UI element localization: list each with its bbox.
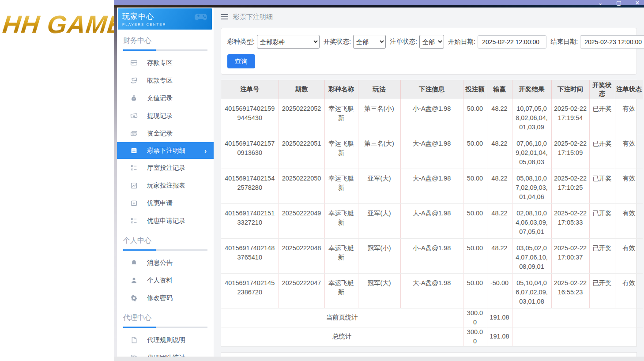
table-row: 40156917402148376541020250222048幸运飞艇新冠军(… — [221, 238, 643, 273]
sidebar-item-announcements[interactable]: 消息公告 — [117, 254, 214, 271]
table-cell: 02,08,10,04,06,03,09,07,05,01 — [512, 203, 551, 238]
sidebar-item-deposit-zone[interactable]: 存款专区 — [117, 54, 214, 71]
table-cell: 幸运飞艇新 — [324, 169, 358, 203]
sidebar-item-promo-apply[interactable]: 优惠申请 — [117, 194, 214, 212]
sidebar-item-label: 个人资料 — [147, 276, 173, 285]
gear-icon — [130, 294, 138, 302]
table-cell: 已开奖 — [589, 169, 615, 203]
table-cell: 48.22 — [487, 203, 512, 238]
window-bottom-strip — [114, 357, 644, 361]
sidebar-item-profile[interactable]: 个人资料 — [117, 271, 214, 289]
sidebar-item-label: 优惠申请 — [147, 199, 173, 207]
table-cell: 401569174021483765410 — [221, 238, 279, 273]
table-cell: 大-A盘@1.98 — [400, 134, 463, 169]
chevron-right-icon: › — [204, 147, 207, 154]
content-topbar: 彩票下注明细 — [214, 8, 644, 26]
sidebar-item-label: 存款专区 — [147, 59, 173, 67]
table-cell: 48.22 — [487, 169, 512, 203]
sidebar-item-withdraw-zone[interactable]: 取款专区 — [117, 71, 214, 89]
table-header-cell: 输赢 — [487, 80, 512, 99]
sidebar-item-hall-bet-records[interactable]: 厅室投注记录 — [117, 159, 214, 177]
lottery-type-label: 彩种类型: — [227, 38, 255, 46]
table-cell: 401569174021570913630 — [221, 134, 279, 169]
person-icon — [130, 277, 138, 284]
sidebar-item-label: 代理团队统计 — [147, 353, 185, 357]
sidebar-item-label: 代理规则说明 — [147, 336, 185, 344]
left-pane: HH GAME — [0, 0, 114, 361]
summary-winloss-total: 191.08 — [487, 308, 512, 327]
hamburger-icon[interactable] — [221, 14, 228, 19]
table-cell: -50.00 — [487, 273, 512, 308]
table-header-cell: 开奖状态 — [589, 80, 615, 99]
table-cell: 大-A盘@1.98 — [400, 169, 463, 203]
summary-bet-total: 300.00 — [463, 308, 487, 327]
sidebar-item-withdrawal-records[interactable]: 提现记录 — [117, 107, 214, 124]
sidebar-item-label: 玩家投注报表 — [147, 181, 185, 190]
table-cell: 已开奖 — [589, 99, 615, 134]
table-cell: 48.22 — [487, 99, 512, 134]
table-cell: 幸运飞艇新 — [324, 99, 358, 134]
table-cell: 幸运飞艇新 — [324, 273, 358, 308]
sidebar-item-agent-team-stats[interactable]: 代理团队统计 — [117, 349, 214, 357]
table-cell: 2025-02-22 17:10:25 — [551, 169, 589, 203]
table-cell: 小-A盘@1.98 — [400, 99, 463, 134]
query-button[interactable]: 查询 — [227, 54, 255, 68]
sidebar-item-funds-records[interactable]: 资金记录 — [117, 124, 214, 142]
sidebar-item-promo-apply-records[interactable]: 优惠申请记录 — [117, 212, 214, 229]
sidebar-item-label: 取款专区 — [147, 76, 173, 85]
sidebar-item-label: 充值记录 — [147, 94, 173, 102]
table-cell: 已开奖 — [589, 238, 615, 273]
summary-row: 总统计300.00191.08 — [221, 327, 643, 346]
summary-empty — [512, 327, 643, 346]
table-cell: 20250222048 — [279, 238, 324, 273]
table-header-cell: 注单号 — [221, 80, 279, 99]
table-cell: 48.22 — [487, 134, 512, 169]
sidebar-item-recharge-records[interactable]: ¥充值记录 — [117, 89, 214, 107]
maximize-icon[interactable]: ▢ — [616, 0, 622, 6]
table-cell: 冠军(大) — [358, 273, 400, 308]
close-icon[interactable]: ✕ — [634, 0, 640, 6]
table-header-cell: 注单状态 — [615, 80, 643, 99]
window-titlebar: ⌄ ▢ ✕ — [114, 0, 644, 5]
table-cell: 2025-02-22 17:00:37 — [551, 238, 589, 273]
sidebar-item-lottery-bet-details[interactable]: 彩票下注明细› — [117, 142, 214, 159]
sidebar-header: 玩家中心 PLAYERS CENTER — [118, 8, 212, 30]
sidebar-item-agent-rules[interactable]: 代理规则说明 — [117, 331, 214, 349]
table-cell: 48.22 — [487, 238, 512, 273]
ticket-icon — [130, 199, 138, 207]
table-summary: 当前页统计300.00191.08总统计300.00191.08 — [221, 308, 643, 346]
order-status-select[interactable]: 全部 — [419, 35, 444, 49]
table-cell: 50.00 — [463, 238, 487, 273]
bets-table-card: 注单号期数彩种名称玩法下注信息投注额输赢开奖结果下注时间开奖状态注单状态 401… — [221, 80, 637, 346]
table-header-row: 注单号期数彩种名称玩法下注信息投注额输赢开奖结果下注时间开奖状态注单状态 — [221, 80, 643, 99]
sidebar-section-title: 代理中心 — [117, 307, 214, 327]
table-row: 40156917402154257828020250222050幸运飞艇新亚军(… — [221, 169, 643, 203]
team-stats-icon — [130, 354, 138, 357]
draw-status-select[interactable]: 全部 — [353, 35, 386, 49]
table-header-cell: 下注时间 — [551, 80, 589, 99]
table-cell: 20250222051 — [279, 134, 324, 169]
table-cell: 第三名(小) — [358, 99, 400, 134]
summary-bet-total: 300.00 — [463, 327, 487, 346]
bets-table: 注单号期数彩种名称玩法下注信息投注额输赢开奖结果下注时间开奖状态注单状态 401… — [221, 80, 643, 346]
sidebar-item-player-bet-report[interactable]: 玩家投注报表 — [117, 177, 214, 194]
sidebar-section-underline — [123, 327, 207, 328]
table-cell: 20250222052 — [279, 99, 324, 134]
table-row: 40156917402159944543020250222052幸运飞艇新第三名… — [221, 99, 643, 134]
bell-icon — [130, 259, 138, 267]
sidebar-item-change-password[interactable]: 修改密码 — [117, 289, 214, 307]
summary-label: 总统计 — [221, 327, 463, 346]
table-cell: 已开奖 — [589, 134, 615, 169]
start-date-input[interactable] — [478, 35, 546, 49]
sidebar-item-label: 资金记录 — [147, 129, 173, 138]
chevron-down-icon[interactable]: ⌄ — [597, 0, 603, 6]
table-cell: 有效 — [615, 134, 643, 169]
table-cell: 50.00 — [463, 99, 487, 134]
sidebar-section-title: 个人中心 — [117, 229, 214, 249]
table-row: 40156917402145238672020250222047幸运飞艇新冠军(… — [221, 273, 643, 308]
table-cell: 已开奖 — [589, 203, 615, 238]
end-date-input[interactable] — [580, 35, 644, 49]
lottery-type-select[interactable]: 全部彩种 — [257, 35, 320, 49]
table-row: 40156917402151332721020250222049幸运飞艇新亚军(… — [221, 203, 643, 238]
table-cell: 已开奖 — [589, 273, 615, 308]
